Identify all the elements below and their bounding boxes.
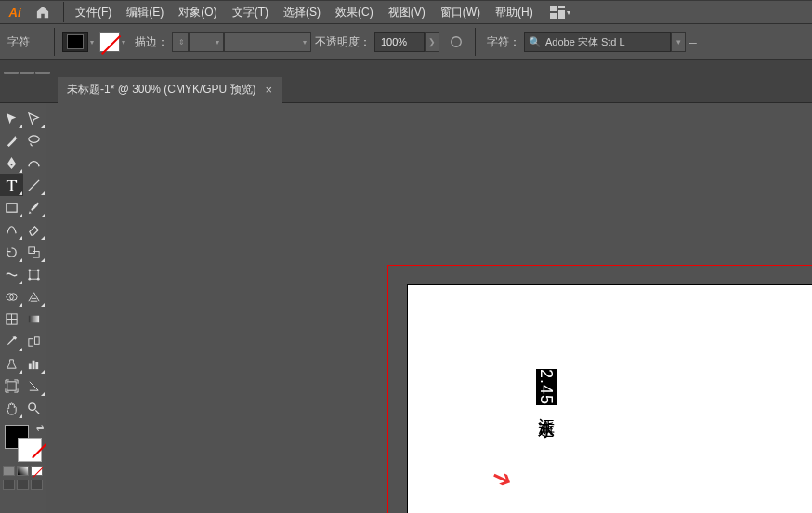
- document-tab-title: 未标题-1* @ 300% (CMYK/GPU 预览): [67, 82, 256, 98]
- hand-tool[interactable]: [0, 397, 23, 419]
- opacity-field[interactable]: 100%: [374, 32, 425, 52]
- direct-selection-tool[interactable]: [23, 107, 46, 129]
- svg-rect-3: [558, 10, 565, 19]
- toolbox: ⇄: [0, 103, 46, 513]
- rectangle-tool[interactable]: [0, 196, 23, 218]
- artboard-tool[interactable]: [0, 375, 23, 397]
- fill-dropdown-icon[interactable]: ▾: [90, 38, 94, 46]
- none-color-icon[interactable]: [31, 466, 43, 476]
- separator: [54, 28, 55, 56]
- zoom-tool[interactable]: [23, 397, 46, 419]
- scale-tool[interactable]: [23, 241, 46, 263]
- artboard: [408, 285, 812, 513]
- stroke-dropdown-icon[interactable]: ▾: [122, 38, 125, 46]
- symbol-sprayer-tool[interactable]: [0, 352, 23, 375]
- pen-tool[interactable]: [0, 151, 23, 174]
- svg-rect-5: [7, 203, 17, 211]
- swap-colors-icon[interactable]: ⇄: [36, 423, 44, 433]
- svg-rect-21: [36, 362, 39, 369]
- stroke-weight-field[interactable]: ▾: [189, 32, 224, 52]
- font-name-value: Adobe 宋体 Std L: [545, 35, 625, 49]
- svg-point-10: [37, 269, 40, 271]
- panel-tab-bar: [0, 60, 812, 77]
- line-segment-tool[interactable]: [23, 174, 46, 196]
- char-label: 字符：: [487, 34, 520, 50]
- shape-builder-tool[interactable]: [0, 285, 23, 308]
- panel-grip-icon[interactable]: [4, 72, 50, 77]
- menu-effect[interactable]: 效果(C): [328, 1, 381, 24]
- color-mode-row: [3, 466, 43, 476]
- column-graph-tool[interactable]: [23, 352, 46, 375]
- svg-rect-17: [29, 338, 33, 346]
- draw-inside-icon[interactable]: [31, 480, 43, 490]
- gradient-tool[interactable]: [23, 308, 46, 330]
- font-style-dash: –: [689, 34, 697, 49]
- type-tool[interactable]: [0, 174, 23, 196]
- svg-rect-19: [29, 363, 32, 369]
- menu-help[interactable]: 帮助(H): [488, 1, 541, 24]
- eyedropper-tool[interactable]: [0, 330, 23, 352]
- text-after: 江东逝水: [537, 405, 556, 409]
- svg-point-23: [29, 402, 36, 410]
- workspace-switcher[interactable]: ▾: [550, 6, 570, 19]
- solid-color-icon[interactable]: [3, 466, 15, 476]
- close-tab-icon[interactable]: ×: [266, 83, 273, 97]
- selection-tool[interactable]: [0, 107, 23, 129]
- fill-color-swatch[interactable]: [62, 32, 88, 52]
- vertical-text-object[interactable]: 滚滚2.45江东逝水: [538, 367, 555, 409]
- draw-behind-icon[interactable]: [17, 480, 29, 490]
- opacity-dropdown-icon[interactable]: ❯: [425, 32, 439, 52]
- fill-stroke-picker[interactable]: ⇄: [5, 425, 42, 462]
- free-transform-tool[interactable]: [23, 263, 46, 285]
- slice-tool[interactable]: [23, 375, 46, 397]
- menu-window[interactable]: 窗口(W): [433, 1, 488, 24]
- menu-file[interactable]: 文件(F): [68, 1, 119, 24]
- menu-select[interactable]: 选择(S): [276, 1, 328, 24]
- canvas[interactable]: 滚滚2.45江东逝水 ➔: [46, 103, 812, 513]
- perspective-grid-tool[interactable]: [23, 285, 46, 308]
- menu-object[interactable]: 对象(O): [171, 1, 224, 24]
- stroke-label: 描边：: [135, 34, 168, 50]
- stroke-color-swatch[interactable]: [99, 32, 120, 52]
- svg-rect-0: [550, 6, 557, 11]
- draw-mode-row: [3, 480, 43, 490]
- font-dropdown-icon[interactable]: ▾: [671, 32, 686, 52]
- menu-separator: [63, 2, 64, 22]
- magic-wand-tool[interactable]: [0, 129, 23, 151]
- search-icon: 🔍: [529, 36, 542, 48]
- panel-label-char: 字符: [7, 34, 30, 50]
- home-icon[interactable]: [32, 3, 54, 21]
- recolor-icon[interactable]: [447, 33, 465, 51]
- svg-rect-22: [7, 381, 16, 389]
- shaper-tool[interactable]: [0, 218, 23, 241]
- svg-rect-7: [33, 251, 40, 257]
- svg-rect-1: [558, 6, 565, 8]
- draw-normal-icon[interactable]: [3, 480, 15, 490]
- separator: [475, 28, 476, 56]
- svg-point-12: [37, 277, 40, 280]
- rotate-tool[interactable]: [0, 241, 23, 263]
- width-tool[interactable]: [0, 263, 23, 285]
- curvature-tool[interactable]: [23, 151, 46, 174]
- menu-type[interactable]: 文字(T): [225, 1, 276, 24]
- svg-rect-6: [29, 246, 35, 253]
- document-tab[interactable]: 未标题-1* @ 300% (CMYK/GPU 预览) ×: [58, 77, 282, 103]
- svg-point-11: [29, 277, 32, 280]
- svg-rect-16: [29, 315, 39, 322]
- menu-view[interactable]: 视图(V): [381, 1, 433, 24]
- eraser-tool[interactable]: [23, 218, 46, 241]
- ai-logo: Ai: [4, 3, 26, 21]
- stroke-profile-dropdown[interactable]: ▾: [224, 32, 311, 52]
- menu-edit[interactable]: 编辑(E): [119, 1, 171, 24]
- font-family-field[interactable]: 🔍 Adobe 宋体 Std L: [524, 32, 671, 52]
- text-highlight: 2.45: [536, 369, 557, 405]
- stroke-color[interactable]: [18, 438, 42, 462]
- gradient-icon[interactable]: [17, 466, 29, 476]
- blend-tool[interactable]: [23, 330, 46, 352]
- svg-rect-8: [30, 270, 38, 278]
- svg-rect-20: [33, 360, 35, 368]
- mesh-tool[interactable]: [0, 308, 23, 330]
- paintbrush-tool[interactable]: [23, 196, 46, 218]
- lasso-tool[interactable]: [23, 129, 46, 151]
- stroke-weight-stepper[interactable]: ⇕: [172, 32, 189, 52]
